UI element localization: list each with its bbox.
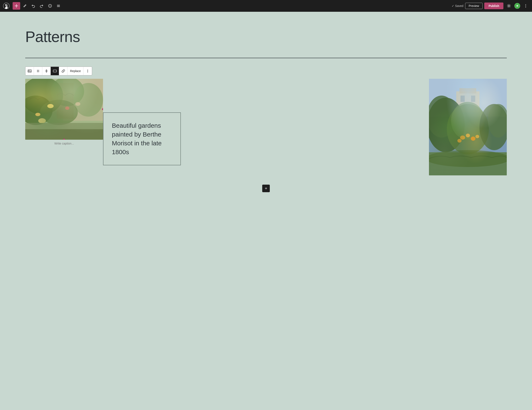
image-caption[interactable]: Write caption... [25,140,103,147]
edit-button[interactable] [21,2,28,10]
image-type-button[interactable] [25,67,34,75]
svg-point-42 [460,136,465,140]
svg-rect-33 [429,79,507,117]
redo-button[interactable] [38,2,45,10]
align-button[interactable] [51,67,59,75]
left-painting [25,79,103,140]
add-block-button-gallery[interactable]: + [262,185,270,192]
svg-rect-49 [429,152,507,175]
svg-point-48 [488,104,507,137]
resize-handle-bottom[interactable] [63,139,65,140]
svg-point-4 [525,7,526,8]
svg-point-25 [47,104,54,108]
text-overlay-box[interactable]: Beautiful gardens painted by Berthe Mori… [103,112,181,165]
add-block-button[interactable] [13,2,20,10]
svg-point-47 [479,104,507,150]
svg-rect-36 [460,96,465,102]
resize-handle-right[interactable] [102,108,103,110]
svg-point-10 [38,70,39,71]
settings-button[interactable] [505,2,513,10]
toolbar-right: ✓ Saved Preview Publish [452,2,530,10]
page-title: Patterns [25,28,507,45]
svg-rect-17 [25,79,103,140]
svg-rect-19 [57,83,74,119]
block-more-button[interactable] [84,67,92,75]
svg-point-15 [87,71,88,71]
svg-point-38 [429,98,465,152]
svg-rect-35 [459,88,476,93]
performance-icon[interactable] [514,3,520,9]
left-image-container[interactable]: Write caption... [25,79,103,147]
publish-button[interactable]: Publish [484,2,504,9]
svg-point-21 [50,79,84,106]
undo-button[interactable] [29,2,37,10]
check-icon: ✓ [452,4,454,8]
svg-point-16 [87,72,88,73]
svg-rect-18 [63,79,103,121]
svg-point-26 [35,113,40,116]
svg-point-44 [471,137,475,141]
overlay-text: Beautiful gardens painted by Berthe Mori… [112,121,172,156]
svg-point-27 [65,107,69,110]
svg-point-8 [37,71,38,71]
svg-point-9 [37,72,38,72]
svg-point-23 [25,96,53,125]
svg-rect-32 [429,79,507,175]
wp-logo[interactable] [2,2,10,10]
svg-point-41 [451,102,485,140]
preview-button[interactable]: Preview [465,3,483,9]
gallery-block: Write caption... Beautiful gardens paint… [25,79,507,188]
svg-point-14 [87,70,88,70]
svg-point-46 [475,135,479,138]
svg-point-40 [447,104,489,154]
right-image-container[interactable] [429,79,507,175]
svg-point-7 [37,70,38,71]
top-toolbar: ✓ Saved Preview Publish [0,0,532,12]
drag-handle-button[interactable] [34,67,42,75]
block-toolbar: Replace [25,67,92,75]
saved-label: Saved [455,4,464,8]
link-button[interactable] [59,67,67,75]
svg-point-43 [466,134,470,137]
svg-rect-31 [25,129,103,140]
section-divider [25,58,507,58]
svg-point-20 [25,79,63,114]
main-content: Patterns Replace [0,12,532,410]
svg-point-12 [38,72,39,72]
right-painting [429,79,507,175]
info-button[interactable] [46,2,54,10]
svg-point-29 [38,118,46,123]
svg-point-45 [457,139,462,143]
svg-point-39 [429,96,456,137]
svg-point-3 [525,6,526,6]
svg-rect-13 [53,70,57,72]
svg-point-2 [525,4,526,5]
move-up-down-button[interactable] [42,67,51,75]
svg-rect-37 [471,96,475,102]
svg-point-6 [28,70,29,71]
list-view-button[interactable] [55,2,62,10]
svg-point-24 [40,100,78,125]
svg-point-28 [75,102,80,106]
svg-point-50 [429,150,507,167]
saved-indicator: ✓ Saved [452,4,464,8]
svg-rect-34 [456,91,479,112]
svg-rect-30 [25,123,103,140]
more-options-button[interactable] [522,2,530,10]
replace-button[interactable]: Replace [67,67,84,75]
svg-point-11 [38,71,39,71]
svg-point-22 [74,83,103,117]
